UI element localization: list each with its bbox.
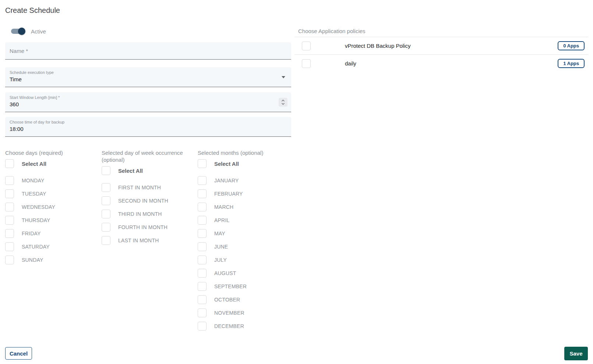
occurrence-row-last[interactable]: LAST IN MONTH (102, 236, 184, 245)
month-checkbox[interactable] (198, 269, 207, 278)
months-select-all-checkbox[interactable] (198, 159, 207, 168)
policy-row-vprotect-db-backup[interactable]: vProtect DB Backup Policy 0 Apps (294, 37, 588, 54)
day-row-monday[interactable]: MONDAY (5, 176, 90, 185)
week-occurrence-section: Selected day of week occurrence (optiona… (102, 149, 184, 249)
month-row-october[interactable]: OCTOBER (198, 295, 282, 304)
month-checkbox[interactable] (198, 282, 207, 291)
day-checkbox[interactable] (5, 256, 14, 264)
day-checkbox[interactable] (5, 216, 14, 225)
choose-days-header: Choose days (required) (5, 149, 90, 156)
month-checkbox[interactable] (198, 216, 207, 225)
active-toggle-row: Active (11, 27, 46, 35)
month-checkbox[interactable] (198, 189, 207, 198)
time-of-day-label: Choose time of day for backup (10, 120, 287, 124)
month-checkbox[interactable] (198, 295, 207, 304)
cancel-button[interactable]: Cancel (5, 347, 32, 360)
month-row-may[interactable]: MAY (198, 229, 282, 238)
day-row-wednesday[interactable]: WEDNESDAY (5, 203, 90, 211)
choose-days-section: Choose days (required) Select All MONDAY… (5, 149, 90, 269)
name-field[interactable] (5, 42, 291, 60)
schedule-execution-type-select[interactable]: Schedule execution type Time (5, 67, 291, 87)
months-select-all-label: Select All (214, 161, 239, 167)
occurrence-checkbox[interactable] (102, 236, 110, 245)
month-checkbox[interactable] (198, 242, 207, 251)
page-title: Create Schedule (5, 6, 60, 15)
month-row-february[interactable]: FEBRUARY (198, 189, 282, 198)
occurrence-row-first[interactable]: FIRST IN MONTH (102, 183, 184, 192)
day-checkbox[interactable] (5, 189, 14, 198)
schedule-execution-type-label: Schedule execution type (10, 70, 287, 75)
occurrence-checkbox[interactable] (102, 183, 110, 192)
application-policies-header: Choose Application policies (294, 28, 588, 34)
chevron-down-icon[interactable] (282, 76, 285, 78)
stepper-arrows-icon (281, 99, 285, 105)
month-checkbox[interactable] (198, 256, 207, 264)
occurrence-select-all-row[interactable]: Select All (102, 166, 184, 175)
month-row-november[interactable]: NOVEMBER (198, 308, 282, 317)
occurrence-checkbox[interactable] (102, 196, 110, 205)
months-section: Selected months (optional) Select All JA… (198, 149, 282, 335)
toggle-thumb[interactable] (18, 28, 25, 35)
occurrence-row-second[interactable]: SECOND IN MONTH (102, 196, 184, 205)
month-row-september[interactable]: SEPTEMBER (198, 282, 282, 291)
month-row-january[interactable]: JANUARY (198, 176, 282, 185)
active-toggle-label: Active (31, 28, 46, 35)
policy-checkbox[interactable] (302, 42, 311, 50)
day-row-sunday[interactable]: SUNDAY (5, 256, 90, 264)
month-checkbox[interactable] (198, 308, 207, 317)
policy-name: vProtect DB Backup Policy (345, 43, 558, 49)
month-checkbox[interactable] (198, 322, 207, 331)
active-toggle[interactable] (11, 28, 24, 35)
day-checkbox[interactable] (5, 203, 14, 211)
months-header: Selected months (optional) (198, 149, 282, 156)
week-occurrence-header: Selected day of week occurrence (optiona… (102, 149, 184, 163)
start-window-length-field[interactable]: Start Window Length [min] * 360 (5, 92, 291, 112)
month-row-june[interactable]: JUNE (198, 242, 282, 251)
month-row-august[interactable]: AUGUST (198, 269, 282, 278)
occurrence-select-all-label: Select All (118, 168, 143, 174)
day-row-thursday[interactable]: THURSDAY (5, 216, 90, 225)
month-row-april[interactable]: APRIL (198, 216, 282, 225)
day-row-friday[interactable]: FRIDAY (5, 229, 90, 238)
time-of-day-field[interactable]: Choose time of day for backup 18:00 (5, 117, 291, 137)
occurrence-checkbox[interactable] (102, 210, 110, 218)
apps-count-badge: 1 Apps (558, 59, 585, 68)
day-row-tuesday[interactable]: TUESDAY (5, 189, 90, 198)
month-row-july[interactable]: JULY (198, 256, 282, 264)
days-select-all-label: Select All (22, 161, 46, 167)
policy-row-daily[interactable]: daily 1 Apps (294, 55, 588, 72)
time-of-day-value: 18:00 (10, 126, 287, 132)
day-checkbox[interactable] (5, 242, 14, 251)
months-select-all-row[interactable]: Select All (198, 159, 282, 168)
day-row-saturday[interactable]: SATURDAY (5, 242, 90, 251)
occurrence-checkbox[interactable] (102, 223, 110, 232)
number-stepper[interactable] (279, 98, 287, 107)
day-checkbox[interactable] (5, 176, 14, 185)
start-window-length-label: Start Window Length [min] * (10, 95, 287, 100)
day-checkbox[interactable] (5, 229, 14, 238)
start-window-length-value: 360 (10, 101, 287, 107)
month-checkbox[interactable] (198, 176, 207, 185)
schedule-execution-type-value: Time (10, 76, 287, 82)
month-row-march[interactable]: MARCH (198, 203, 282, 211)
application-policies-panel: Choose Application policies vProtect DB … (294, 28, 588, 72)
occurrence-row-fourth[interactable]: FOURTH IN MONTH (102, 223, 184, 232)
save-button[interactable]: Save (564, 347, 588, 360)
month-checkbox[interactable] (198, 229, 207, 238)
policy-name: daily (345, 60, 558, 67)
name-input[interactable] (10, 48, 287, 54)
days-select-all-row[interactable]: Select All (5, 159, 90, 168)
month-row-december[interactable]: DECEMBER (198, 322, 282, 331)
apps-count-badge: 0 Apps (558, 41, 585, 50)
policy-checkbox[interactable] (302, 59, 311, 68)
days-select-all-checkbox[interactable] (5, 159, 14, 168)
month-checkbox[interactable] (198, 203, 207, 211)
occurrence-select-all-checkbox[interactable] (102, 166, 110, 175)
occurrence-row-third[interactable]: THIRD IN MONTH (102, 210, 184, 218)
